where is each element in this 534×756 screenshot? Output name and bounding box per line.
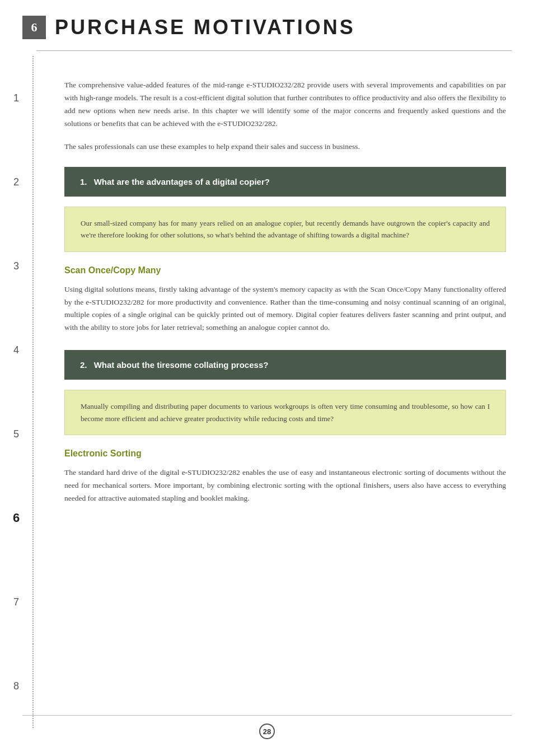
question1-text: What are the advantages of a digital cop… bbox=[94, 177, 270, 186]
section1-body: Using digital solutions means, firstly t… bbox=[64, 283, 506, 335]
sidebar-item-6: 6 bbox=[0, 476, 34, 560]
sidebar-number-4: 4 bbox=[13, 344, 19, 356]
sidebar-item-5: 5 bbox=[0, 392, 34, 476]
question-box-1: 1. What are the advantages of a digital … bbox=[64, 167, 506, 197]
chapter-number: 6 bbox=[31, 20, 38, 35]
question-box-2: 2. What about the tiresome collating pro… bbox=[64, 350, 506, 380]
sidebar-item-3: 3 bbox=[0, 224, 34, 308]
page-footer: 28 bbox=[0, 724, 534, 739]
question2-text: What about the tiresome collating proces… bbox=[94, 360, 269, 370]
answer1-text: Our small-sized company has for many yea… bbox=[81, 219, 490, 239]
section1-heading: Scan Once/Copy Many bbox=[64, 265, 506, 276]
sidebar-item-4: 4 bbox=[0, 308, 34, 392]
sidebar-number-2: 2 bbox=[13, 176, 19, 188]
answer-box-2: Manually compiling and distributing pape… bbox=[64, 390, 506, 435]
page-number: 28 bbox=[263, 727, 271, 736]
question2-label: 2. bbox=[80, 360, 87, 370]
chapter-title: PURCHASE MOTIVATIONS bbox=[55, 16, 355, 39]
sidebar-number-8: 8 bbox=[13, 680, 19, 692]
sidebar: 1 2 3 4 5 6 7 8 bbox=[0, 56, 34, 728]
page-header: 6 PURCHASE MOTIVATIONS bbox=[0, 0, 534, 50]
question1-label: 1. bbox=[80, 177, 87, 186]
sidebar-item-1: 1 bbox=[0, 56, 34, 140]
page-container: 6 PURCHASE MOTIVATIONS 1 2 3 4 5 6 7 8 bbox=[0, 0, 534, 756]
answer2-text: Manually compiling and distributing pape… bbox=[81, 402, 490, 422]
main-content: The comprehensive value-added features o… bbox=[36, 51, 534, 554]
intro-paragraph: The comprehensive value-added features o… bbox=[64, 79, 506, 130]
sidebar-number-5: 5 bbox=[13, 428, 19, 440]
sidebar-number-3: 3 bbox=[13, 260, 19, 272]
section2-body: The standard hard drive of the digital e… bbox=[64, 466, 506, 505]
answer-box-1: Our small-sized company has for many yea… bbox=[64, 207, 506, 252]
section2-heading: Electronic Sorting bbox=[64, 449, 506, 459]
sidebar-number-6: 6 bbox=[13, 511, 20, 525]
page-number-circle: 28 bbox=[259, 724, 275, 739]
sidebar-item-7: 7 bbox=[0, 560, 34, 644]
bottom-rule bbox=[22, 715, 512, 716]
chapter-number-box: 6 bbox=[22, 16, 46, 39]
sidebar-number-1: 1 bbox=[13, 92, 19, 104]
sales-paragraph: The sales professionals can use these ex… bbox=[64, 141, 506, 153]
sidebar-number-7: 7 bbox=[13, 596, 19, 608]
sidebar-item-2: 2 bbox=[0, 140, 34, 224]
